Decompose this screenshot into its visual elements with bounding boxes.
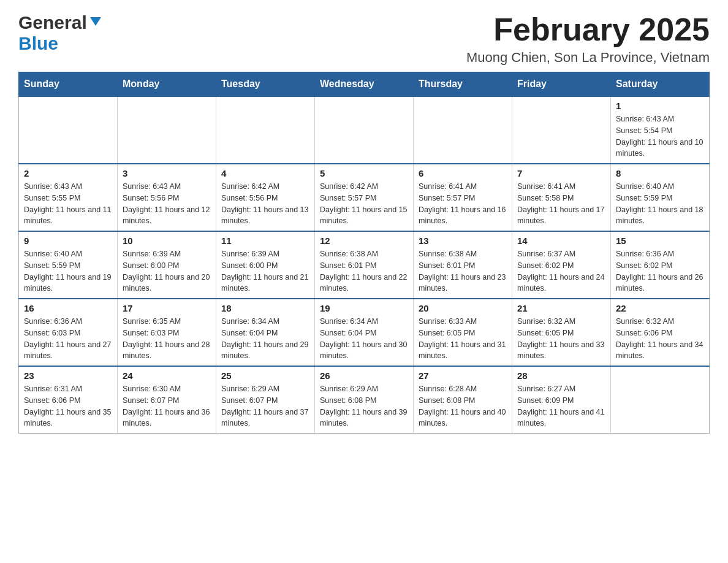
day-info: Sunrise: 6:35 AMSunset: 6:03 PMDaylight:… (123, 316, 211, 362)
calendar-cell: 2Sunrise: 6:43 AMSunset: 5:55 PMDaylight… (19, 164, 118, 231)
calendar-cell: 25Sunrise: 6:29 AMSunset: 6:07 PMDayligh… (216, 366, 315, 434)
calendar-cell: 21Sunrise: 6:32 AMSunset: 6:05 PMDayligh… (512, 299, 611, 366)
calendar-title: February 2025 (466, 12, 710, 47)
day-info: Sunrise: 6:39 AMSunset: 6:00 PMDaylight:… (123, 248, 211, 294)
day-number: 10 (123, 236, 211, 246)
day-number: 4 (221, 168, 309, 178)
logo-blue-text: Blue (18, 33, 58, 54)
calendar-body: 1Sunrise: 6:43 AMSunset: 5:54 PMDaylight… (19, 96, 710, 434)
calendar-cell: 18Sunrise: 6:34 AMSunset: 6:04 PMDayligh… (216, 299, 315, 366)
calendar-cell: 16Sunrise: 6:36 AMSunset: 6:03 PMDayligh… (19, 299, 118, 366)
day-number: 23 (24, 370, 112, 381)
calendar-cell (118, 96, 216, 164)
day-info: Sunrise: 6:43 AMSunset: 5:55 PMDaylight:… (24, 181, 112, 227)
day-number: 19 (320, 303, 408, 313)
calendar-week-5: 23Sunrise: 6:31 AMSunset: 6:06 PMDayligh… (19, 366, 710, 434)
logo-general-text: General (18, 12, 87, 33)
calendar-table: SundayMondayTuesdayWednesdayThursdayFrid… (18, 72, 710, 434)
day-number: 7 (517, 168, 605, 178)
day-number: 21 (517, 303, 605, 313)
day-number: 11 (221, 236, 309, 246)
calendar-cell: 19Sunrise: 6:34 AMSunset: 6:04 PMDayligh… (315, 299, 414, 366)
calendar-cell: 9Sunrise: 6:40 AMSunset: 5:59 PMDaylight… (19, 231, 118, 299)
day-info: Sunrise: 6:31 AMSunset: 6:06 PMDaylight:… (24, 383, 112, 429)
day-info: Sunrise: 6:40 AMSunset: 5:59 PMDaylight:… (24, 248, 112, 294)
days-of-week-row: SundayMondayTuesdayWednesdayThursdayFrid… (19, 72, 710, 97)
calendar-cell: 10Sunrise: 6:39 AMSunset: 6:00 PMDayligh… (118, 231, 216, 299)
day-info: Sunrise: 6:42 AMSunset: 5:57 PMDaylight:… (320, 181, 408, 227)
day-number: 16 (24, 303, 112, 313)
day-number: 15 (616, 236, 704, 246)
day-number: 27 (419, 370, 507, 381)
calendar-cell: 24Sunrise: 6:30 AMSunset: 6:07 PMDayligh… (118, 366, 216, 434)
calendar-cell: 7Sunrise: 6:41 AMSunset: 5:58 PMDaylight… (512, 164, 611, 231)
day-info: Sunrise: 6:32 AMSunset: 6:06 PMDaylight:… (616, 316, 704, 362)
day-of-week-wednesday: Wednesday (315, 72, 414, 97)
day-of-week-tuesday: Tuesday (216, 72, 315, 97)
day-of-week-sunday: Sunday (19, 72, 118, 97)
calendar-subtitle: Muong Chien, Son La Province, Vietnam (466, 50, 710, 66)
day-info: Sunrise: 6:32 AMSunset: 6:05 PMDaylight:… (517, 316, 605, 362)
calendar-cell: 6Sunrise: 6:41 AMSunset: 5:57 PMDaylight… (414, 164, 512, 231)
day-number: 5 (320, 168, 408, 178)
day-info: Sunrise: 6:27 AMSunset: 6:09 PMDaylight:… (517, 383, 605, 429)
day-info: Sunrise: 6:29 AMSunset: 6:07 PMDaylight:… (221, 383, 309, 429)
day-of-week-friday: Friday (512, 72, 611, 97)
day-number: 22 (616, 303, 704, 313)
calendar-week-4: 16Sunrise: 6:36 AMSunset: 6:03 PMDayligh… (19, 299, 710, 366)
day-number: 1 (616, 101, 704, 111)
day-info: Sunrise: 6:28 AMSunset: 6:08 PMDaylight:… (419, 383, 507, 429)
calendar-cell: 14Sunrise: 6:37 AMSunset: 6:02 PMDayligh… (512, 231, 611, 299)
day-info: Sunrise: 6:42 AMSunset: 5:56 PMDaylight:… (221, 181, 309, 227)
calendar-header: SundayMondayTuesdayWednesdayThursdayFrid… (19, 72, 710, 97)
logo-arrow-icon (89, 15, 102, 31)
day-number: 13 (419, 236, 507, 246)
day-info: Sunrise: 6:43 AMSunset: 5:54 PMDaylight:… (616, 113, 704, 159)
calendar-cell: 15Sunrise: 6:36 AMSunset: 6:02 PMDayligh… (611, 231, 710, 299)
calendar-cell: 28Sunrise: 6:27 AMSunset: 6:09 PMDayligh… (512, 366, 611, 434)
calendar-cell: 8Sunrise: 6:40 AMSunset: 5:59 PMDaylight… (611, 164, 710, 231)
calendar-cell: 13Sunrise: 6:38 AMSunset: 6:01 PMDayligh… (414, 231, 512, 299)
calendar-cell: 17Sunrise: 6:35 AMSunset: 6:03 PMDayligh… (118, 299, 216, 366)
day-info: Sunrise: 6:40 AMSunset: 5:59 PMDaylight:… (616, 181, 704, 227)
day-info: Sunrise: 6:36 AMSunset: 6:02 PMDaylight:… (616, 248, 704, 294)
day-info: Sunrise: 6:33 AMSunset: 6:05 PMDaylight:… (419, 316, 507, 362)
calendar-cell (611, 366, 710, 434)
calendar-week-3: 9Sunrise: 6:40 AMSunset: 5:59 PMDaylight… (19, 231, 710, 299)
day-info: Sunrise: 6:37 AMSunset: 6:02 PMDaylight:… (517, 248, 605, 294)
calendar-cell: 20Sunrise: 6:33 AMSunset: 6:05 PMDayligh… (414, 299, 512, 366)
day-number: 18 (221, 303, 309, 313)
day-number: 12 (320, 236, 408, 246)
calendar-week-2: 2Sunrise: 6:43 AMSunset: 5:55 PMDaylight… (19, 164, 710, 231)
day-info: Sunrise: 6:29 AMSunset: 6:08 PMDaylight:… (320, 383, 408, 429)
day-info: Sunrise: 6:38 AMSunset: 6:01 PMDaylight:… (320, 248, 408, 294)
day-info: Sunrise: 6:39 AMSunset: 6:00 PMDaylight:… (221, 248, 309, 294)
day-info: Sunrise: 6:34 AMSunset: 6:04 PMDaylight:… (221, 316, 309, 362)
day-info: Sunrise: 6:30 AMSunset: 6:07 PMDaylight:… (123, 383, 211, 429)
calendar-cell: 1Sunrise: 6:43 AMSunset: 5:54 PMDaylight… (611, 96, 710, 164)
calendar-cell (414, 96, 512, 164)
day-number: 17 (123, 303, 211, 313)
calendar-cell (315, 96, 414, 164)
day-info: Sunrise: 6:41 AMSunset: 5:57 PMDaylight:… (419, 181, 507, 227)
day-number: 14 (517, 236, 605, 246)
day-number: 3 (123, 168, 211, 178)
day-number: 2 (24, 168, 112, 178)
calendar-cell: 27Sunrise: 6:28 AMSunset: 6:08 PMDayligh… (414, 366, 512, 434)
calendar-cell: 26Sunrise: 6:29 AMSunset: 6:08 PMDayligh… (315, 366, 414, 434)
calendar-cell: 5Sunrise: 6:42 AMSunset: 5:57 PMDaylight… (315, 164, 414, 231)
day-of-week-monday: Monday (118, 72, 216, 97)
svg-marker-0 (90, 17, 101, 26)
calendar-cell: 12Sunrise: 6:38 AMSunset: 6:01 PMDayligh… (315, 231, 414, 299)
calendar-cell: 11Sunrise: 6:39 AMSunset: 6:00 PMDayligh… (216, 231, 315, 299)
calendar-cell (512, 96, 611, 164)
day-number: 6 (419, 168, 507, 178)
day-info: Sunrise: 6:38 AMSunset: 6:01 PMDaylight:… (419, 248, 507, 294)
day-number: 25 (221, 370, 309, 381)
day-info: Sunrise: 6:41 AMSunset: 5:58 PMDaylight:… (517, 181, 605, 227)
day-number: 28 (517, 370, 605, 381)
calendar-week-1: 1Sunrise: 6:43 AMSunset: 5:54 PMDaylight… (19, 96, 710, 164)
day-of-week-thursday: Thursday (414, 72, 512, 97)
calendar-cell: 3Sunrise: 6:43 AMSunset: 5:56 PMDaylight… (118, 164, 216, 231)
day-info: Sunrise: 6:34 AMSunset: 6:04 PMDaylight:… (320, 316, 408, 362)
